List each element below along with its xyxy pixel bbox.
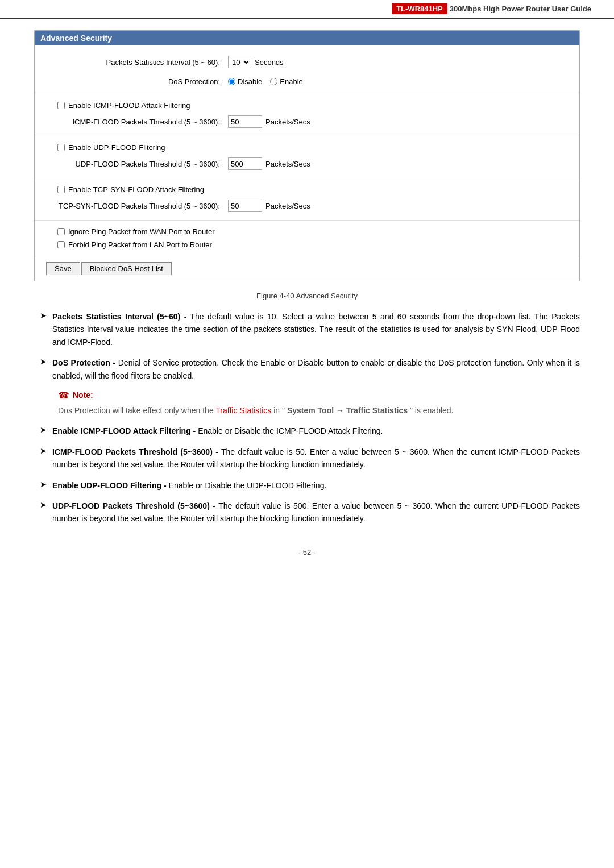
note-traffic-stats-link: Traffic Statistics bbox=[215, 406, 271, 415]
list-item: ➤ UDP-FLOOD Packets Threshold (5~3600) -… bbox=[34, 500, 580, 525]
bullet-arrow-icon: ➤ bbox=[40, 446, 52, 455]
bullet-bold-udp-filter: Enable UDP-FLOOD Filtering - bbox=[52, 481, 167, 490]
icmp-threshold-control: Packets/Secs bbox=[228, 115, 310, 128]
bullet-arrow-icon: ➤ bbox=[40, 356, 52, 366]
tcp-threshold-unit: Packets/Secs bbox=[265, 202, 310, 210]
icmp-checkbox-label: Enable ICMP-FLOOD Attack Filtering bbox=[68, 101, 190, 110]
save-button[interactable]: Save bbox=[46, 262, 80, 275]
description-list: ➤ Packets Statistics Interval (5~60) - T… bbox=[34, 310, 580, 382]
list-item: ➤ Packets Statistics Interval (5~60) - T… bbox=[34, 310, 580, 348]
page-number: - 52 - bbox=[34, 548, 580, 556]
bullet-bold-dos: DoS Protection - bbox=[52, 358, 115, 367]
udp-threshold-input[interactable] bbox=[228, 157, 262, 170]
dos-enable-radio[interactable] bbox=[270, 78, 277, 85]
note-header: ☎ Note: bbox=[58, 390, 580, 401]
udp-threshold-label: UDP-FLOOD Packets Threshold (5 ~ 3600): bbox=[46, 160, 228, 168]
dos-disable-option[interactable]: Disable bbox=[228, 77, 262, 86]
bullet-arrow-icon: ➤ bbox=[40, 425, 52, 434]
list-item: ➤ DoS Protection - Denial of Service pro… bbox=[34, 356, 580, 382]
bullet-bold-icmp-filter: Enable ICMP-FLOOD Attack Filtering - bbox=[52, 426, 196, 435]
tcp-threshold-input[interactable] bbox=[228, 200, 262, 212]
note-section: ☎ Note: Dos Protection will take effect … bbox=[52, 390, 580, 417]
tcp-threshold-control: Packets/Secs bbox=[228, 200, 310, 212]
icmp-threshold-label: ICMP-FLOOD Packets Threshold (5 ~ 3600): bbox=[46, 118, 228, 126]
udp-checkbox[interactable] bbox=[57, 144, 65, 151]
icmp-threshold-input[interactable] bbox=[228, 115, 262, 128]
icmp-checkbox-row: Enable ICMP-FLOOD Attack Filtering bbox=[35, 98, 579, 111]
bullet-text-dos: DoS Protection - Denial of Service prote… bbox=[52, 356, 580, 382]
tcp-checkbox-label: Enable TCP-SYN-FLOOD Attack Filtering bbox=[68, 185, 204, 194]
bullet-bold-packets: Packets Statistics Interval (5~60) - bbox=[52, 312, 186, 321]
bullet-text-icmp-filter: Enable ICMP-FLOOD Attack Filtering - Ena… bbox=[52, 425, 580, 437]
dos-enable-label: Enable bbox=[280, 77, 302, 86]
divider-2 bbox=[35, 136, 579, 136]
list-item: ➤ ICMP-FLOOD Packets Threshold (5~3600) … bbox=[34, 446, 580, 471]
bullet-text-udp-thresh: UDP-FLOOD Packets Threshold (5~3600) - T… bbox=[52, 500, 580, 525]
packets-interval-control: 10 Seconds bbox=[228, 56, 284, 68]
blocked-dos-list-button[interactable]: Blocked DoS Host List bbox=[81, 262, 172, 275]
dos-disable-label: Disable bbox=[238, 77, 262, 86]
divider-4 bbox=[35, 220, 579, 221]
tcp-checkbox[interactable] bbox=[57, 186, 65, 193]
note-text-start: Dos Protection will take effect only whe… bbox=[58, 406, 215, 415]
packets-interval-label: Packets Statistics Interval (5 ~ 60): bbox=[46, 58, 228, 67]
note-traffic-stats-bold: Traffic Statistics bbox=[346, 406, 408, 415]
bullet-bold-udp-thresh: UDP-FLOOD Packets Threshold (5~3600) - bbox=[52, 501, 215, 510]
bullet-bold-icmp-thresh: ICMP-FLOOD Packets Threshold (5~3600) - bbox=[52, 447, 218, 456]
note-text: Dos Protection will take effect only whe… bbox=[58, 404, 580, 417]
note-system-tool-link: System Tool bbox=[287, 406, 334, 415]
ping-wan-checkbox-row: Ignore Ping Packet from WAN Port to Rout… bbox=[35, 224, 579, 237]
list-item: ➤ Enable ICMP-FLOOD Attack Filtering - E… bbox=[34, 425, 580, 437]
note-label: Note: bbox=[73, 391, 93, 400]
divider-3 bbox=[35, 178, 579, 178]
dos-protection-label: DoS Protection: bbox=[46, 77, 228, 86]
dos-protection-control: Disable Enable bbox=[228, 77, 303, 86]
udp-threshold-control: Packets/Secs bbox=[228, 157, 310, 170]
note-text-middle: in " bbox=[273, 406, 285, 415]
ping-lan-label: Forbid Ping Packet from LAN Port to Rout… bbox=[68, 240, 212, 249]
figure-caption: Figure 4-40 Advanced Security bbox=[34, 292, 580, 300]
bullet-arrow-icon: ➤ bbox=[40, 500, 52, 509]
ping-wan-label: Ignore Ping Packet from WAN Port to Rout… bbox=[68, 227, 214, 236]
bullet-text-udp-filter: Enable UDP-FLOOD Filtering - Enable or D… bbox=[52, 479, 580, 492]
ping-lan-checkbox-row: Forbid Ping Packet from LAN Port to Rout… bbox=[35, 237, 579, 250]
icmp-threshold-unit: Packets/Secs bbox=[265, 118, 310, 126]
model-badge: TL-WR841HP bbox=[392, 3, 447, 14]
note-arrow: → bbox=[336, 406, 346, 415]
udp-checkbox-row: Enable UDP-FLOOD Filtering bbox=[35, 140, 579, 153]
panel-footer: Save Blocked DoS Host List bbox=[35, 256, 579, 281]
panel-title: Advanced Security bbox=[35, 31, 579, 45]
udp-threshold-unit: Packets/Secs bbox=[265, 160, 310, 168]
udp-threshold-row: UDP-FLOOD Packets Threshold (5 ~ 3600): … bbox=[35, 153, 579, 175]
note-phone-icon: ☎ bbox=[58, 390, 69, 401]
bullet-text-packets: Packets Statistics Interval (5~60) - The… bbox=[52, 310, 580, 348]
dos-protection-row: DoS Protection: Disable Enable bbox=[35, 73, 579, 90]
dos-enable-option[interactable]: Enable bbox=[270, 77, 302, 86]
dos-radio-group: Disable Enable bbox=[228, 77, 303, 86]
guide-title: 300Mbps High Power Router User Guide bbox=[450, 5, 591, 13]
note-text-end: " is enabled. bbox=[410, 406, 454, 415]
panel-body: Packets Statistics Interval (5 ~ 60): 10… bbox=[35, 45, 579, 256]
icmp-checkbox[interactable] bbox=[57, 102, 65, 109]
tcp-threshold-row: TCP-SYN-FLOOD Packets Threshold (5 ~ 360… bbox=[35, 195, 579, 217]
dos-disable-radio[interactable] bbox=[228, 78, 235, 85]
packets-interval-select[interactable]: 10 bbox=[228, 56, 251, 68]
list-item: ➤ Enable UDP-FLOOD Filtering - Enable or… bbox=[34, 479, 580, 492]
ping-wan-checkbox[interactable] bbox=[57, 228, 65, 235]
page-header: TL-WR841HP 300Mbps High Power Router Use… bbox=[0, 0, 614, 19]
advanced-security-panel: Advanced Security Packets Statistics Int… bbox=[34, 30, 580, 281]
main-content: Advanced Security Packets Statistics Int… bbox=[0, 19, 614, 568]
udp-checkbox-label: Enable UDP-FLOOD Filtering bbox=[68, 143, 165, 152]
tcp-threshold-label: TCP-SYN-FLOOD Packets Threshold (5 ~ 360… bbox=[46, 202, 228, 210]
tcp-checkbox-row: Enable TCP-SYN-FLOOD Attack Filtering bbox=[35, 182, 579, 195]
icmp-threshold-row: ICMP-FLOOD Packets Threshold (5 ~ 3600):… bbox=[35, 111, 579, 132]
divider-1 bbox=[35, 94, 579, 94]
packets-interval-unit: Seconds bbox=[255, 58, 284, 67]
ping-lan-checkbox[interactable] bbox=[57, 241, 65, 248]
description-list-2: ➤ Enable ICMP-FLOOD Attack Filtering - E… bbox=[34, 425, 580, 525]
bullet-text-icmp-thresh: ICMP-FLOOD Packets Threshold (5~3600) - … bbox=[52, 446, 580, 471]
bullet-arrow-icon: ➤ bbox=[40, 479, 52, 489]
bullet-arrow-icon: ➤ bbox=[40, 310, 52, 320]
packets-interval-row: Packets Statistics Interval (5 ~ 60): 10… bbox=[35, 51, 579, 73]
